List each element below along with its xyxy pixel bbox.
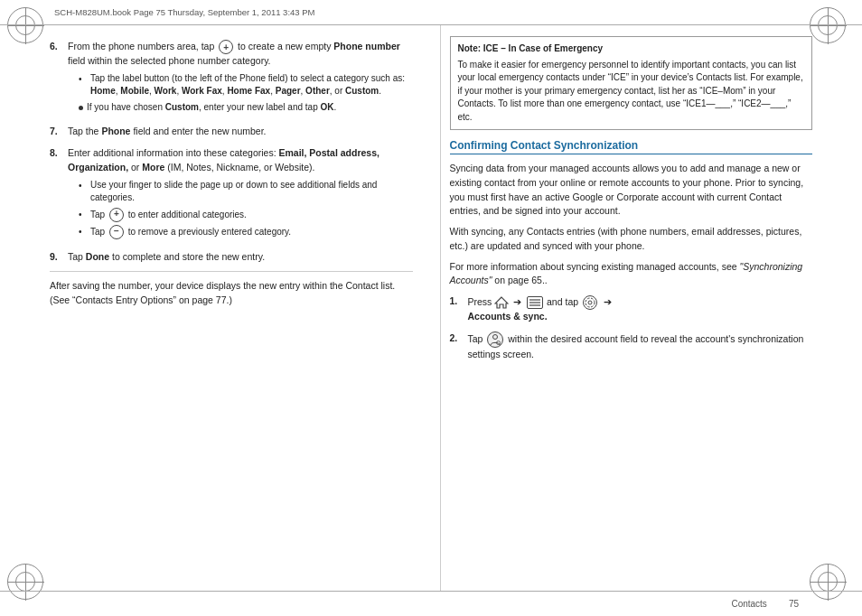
step-8: 8. Enter additional information into the… <box>50 146 413 243</box>
step-9-text: Tap Done to complete and store the new e… <box>68 251 265 262</box>
right-step-1-text: Press ➔ and tap <box>468 296 614 307</box>
bullet-dot-1: • <box>79 73 88 87</box>
step-8-bullet-1-text: Use your finger to slide the page up or … <box>90 179 413 205</box>
right-step-1-tap-text: and tap <box>547 296 581 307</box>
step-6-bullet-1: • Tap the label button (to the left of t… <box>79 72 413 98</box>
svg-point-4 <box>588 301 592 304</box>
step-9-number: 9. <box>50 250 64 265</box>
step-7-text: Tap the Phone field and enter the new nu… <box>68 126 266 136</box>
step-6-number: 6. <box>50 40 64 117</box>
svg-marker-0 <box>495 297 508 308</box>
step-6-content: From the phone numbers area, tap to crea… <box>68 40 413 117</box>
step-8-number: 8. <box>50 146 64 243</box>
left-column: 6. From the phone numbers area, tap to c… <box>50 25 422 591</box>
person-gear-icon <box>487 331 503 348</box>
right-step-2: 2. Tap within the desired account field … <box>450 331 813 362</box>
home-icon <box>494 295 509 310</box>
left-divider <box>50 271 413 272</box>
right-step-2-text: Tap within the desired account field to … <box>468 333 804 359</box>
step-8-bullet-2: • Tap to enter additional categories. <box>79 208 413 222</box>
footer-page-number: 75 <box>789 599 799 609</box>
step-7-number: 7. <box>50 125 64 139</box>
svg-point-6 <box>493 334 498 339</box>
after-save-paragraph: After saving the number, your device dis… <box>50 279 413 308</box>
note-box: Note: ICE – In Case of Emergency To make… <box>450 36 813 130</box>
step-6-bullet-1-text: Tap the label button (to the left of the… <box>90 72 413 98</box>
footer-section-label: Contacts <box>731 599 766 609</box>
step-8-bullet-1: • Use your finger to slide the page up o… <box>79 179 413 205</box>
arrow-2: ➔ <box>604 294 612 310</box>
page-footer: Contacts 75 <box>0 591 862 616</box>
step-8-content: Enter additional information into these … <box>68 146 413 243</box>
right-para-2: With syncing, any Contacts entries (with… <box>450 225 813 254</box>
bullet-dot-8-1: • <box>79 180 88 193</box>
plus-icon <box>219 40 233 54</box>
plus-icon-2 <box>109 208 124 222</box>
step-8-bullet-2-text: Tap to enter additional categories. <box>90 208 247 222</box>
step-8-bullet-3: • Tap to remove a previously entered cat… <box>79 225 413 239</box>
bullet-dot-8-3: • <box>79 226 88 239</box>
minus-icon <box>109 225 124 239</box>
svg-point-5 <box>586 298 595 307</box>
main-content: 6. From the phone numbers area, tap to c… <box>50 25 812 591</box>
step-6: 6. From the phone numbers area, tap to c… <box>50 40 413 117</box>
right-para-3: For more information about syncing exist… <box>450 260 813 289</box>
menu-icon <box>527 296 543 309</box>
step-8-bullets: • Use your finger to slide the page up o… <box>79 179 413 239</box>
right-step-2-number: 2. <box>450 331 464 362</box>
note-body: To make it easier for emergency personne… <box>458 59 805 125</box>
right-step-1: 1. Press ➔ an <box>450 294 813 324</box>
step-7: 7. Tap the Phone field and enter the new… <box>50 125 413 139</box>
right-step-1-content: Press ➔ and tap <box>468 294 813 324</box>
step-6-bullet-2-text: If you have chosen Custom, enter your ne… <box>87 101 336 115</box>
step-6-bullet-2: If you have chosen Custom, enter your ne… <box>79 101 413 115</box>
step-6-text-intro: From the phone numbers area, tap <box>68 41 217 51</box>
right-step-1-number: 1. <box>450 294 464 324</box>
settings-gear-icon <box>583 295 597 310</box>
right-step-2-content: Tap within the desired account field to … <box>468 331 813 362</box>
step-9: 9. Tap Done to complete and store the ne… <box>50 250 413 265</box>
right-para-1: Syncing data from your managed accounts … <box>450 162 813 219</box>
accounts-sync-label: Accounts & sync. <box>468 311 548 322</box>
section-heading: Confirming Contact Synchronization <box>450 139 813 154</box>
right-column: Note: ICE – In Case of Emergency To make… <box>440 25 813 591</box>
bullet-dot-8-2: • <box>79 209 88 222</box>
arrow-1: ➔ <box>513 294 521 310</box>
page-header: SCH-M828UM.book Page 75 Thursday, Septem… <box>0 0 862 25</box>
header-text: SCH-M828UM.book Page 75 Thursday, Septem… <box>54 7 315 17</box>
step-6-bullets: • Tap the label button (to the left of t… <box>79 72 413 115</box>
note-title: Note: ICE – In Case of Emergency <box>458 42 805 56</box>
step-9-content: Tap Done to complete and store the new e… <box>68 250 413 265</box>
step-7-content: Tap the Phone field and enter the new nu… <box>68 125 413 139</box>
step-8-bullet-3-text: Tap to remove a previously entered categ… <box>90 225 291 239</box>
bullet-circle-1 <box>79 101 87 115</box>
step-8-text: Enter additional information into these … <box>68 147 379 173</box>
